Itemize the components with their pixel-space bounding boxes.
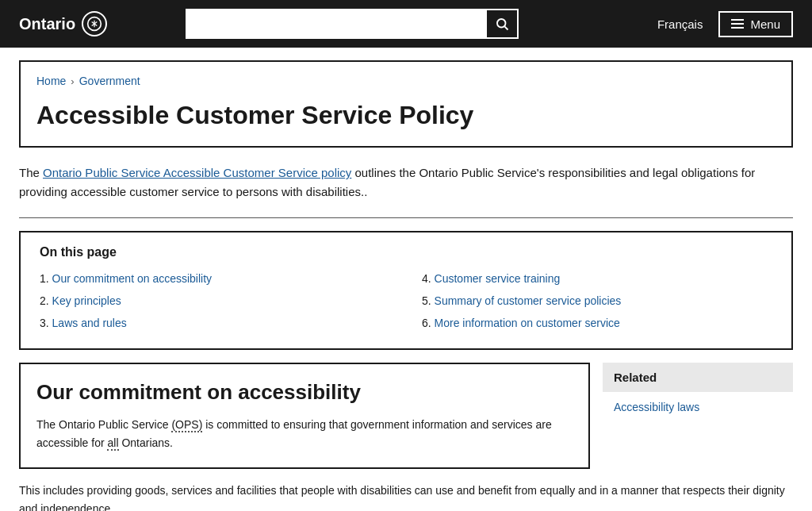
header-right: Français Menu bbox=[657, 11, 793, 37]
page-description: The Ontario Public Service Accessible Cu… bbox=[19, 163, 793, 202]
site-header: Ontario Français Menu bbox=[0, 0, 812, 48]
related-sidebar: Related Accessibility laws bbox=[603, 363, 793, 469]
ops-policy-link[interactable]: Ontario Public Service Accessible Custom… bbox=[43, 166, 351, 179]
svg-point-1 bbox=[497, 19, 506, 28]
search-input[interactable] bbox=[186, 9, 485, 39]
toc-link-4[interactable]: Customer service training bbox=[435, 272, 561, 285]
accessibility-laws-link[interactable]: Accessibility laws bbox=[614, 401, 699, 413]
breadcrumb-separator: › bbox=[71, 75, 74, 87]
toc-link-2[interactable]: Key principles bbox=[52, 294, 121, 307]
commitment-layout: Our commitment on accessibility The Onta… bbox=[19, 363, 793, 469]
page-title: Accessible Customer Service Policy bbox=[36, 100, 776, 130]
toc-link-6[interactable]: More information on customer service bbox=[435, 317, 620, 329]
toc-num-5: 5. bbox=[422, 294, 435, 307]
all-ontarians: all bbox=[107, 436, 118, 451]
svg-line-2 bbox=[505, 26, 508, 29]
logo-text: Ontario bbox=[19, 15, 75, 33]
toc-grid: 1. Our commitment on accessibility 4. Cu… bbox=[40, 269, 772, 332]
desc-prefix: The bbox=[19, 166, 43, 179]
breadcrumb-government[interactable]: Government bbox=[79, 75, 140, 87]
ontario-logo-icon bbox=[82, 11, 107, 36]
section-divider bbox=[19, 217, 793, 218]
on-this-page-box: On this page 1. Our commitment on access… bbox=[19, 231, 793, 350]
toc-num-3: 3. bbox=[40, 317, 52, 329]
bottom-paragraph: This includes providing goods, services … bbox=[19, 482, 793, 511]
main-content: Home › Government Accessible Customer Se… bbox=[0, 60, 812, 511]
on-this-page-heading: On this page bbox=[40, 245, 772, 259]
toc-num-2: 2. bbox=[40, 294, 52, 307]
toc-num-4: 4. bbox=[422, 272, 435, 285]
ops-abbr: (OPS) bbox=[171, 418, 202, 432]
search-icon bbox=[495, 17, 509, 31]
ontario-logo-link[interactable]: Ontario bbox=[19, 11, 107, 36]
commitment-description: The Ontario Public Service (OPS) is comm… bbox=[36, 416, 573, 451]
commitment-box: Our commitment on accessibility The Onta… bbox=[19, 363, 590, 469]
toc-num-6: 6. bbox=[422, 317, 435, 329]
toc-link-3[interactable]: Laws and rules bbox=[52, 317, 127, 329]
hamburger-icon bbox=[731, 19, 744, 29]
related-links: Accessibility laws bbox=[603, 392, 793, 422]
breadcrumb: Home › Government bbox=[36, 75, 776, 87]
search-wrapper bbox=[186, 9, 519, 39]
francais-link[interactable]: Français bbox=[657, 17, 703, 31]
toc-item-4: 4. Customer service training bbox=[422, 269, 772, 288]
title-section: Home › Government Accessible Customer Se… bbox=[19, 60, 793, 148]
toc-link-1[interactable]: Our commitment on accessibility bbox=[52, 272, 213, 285]
toc-link-5[interactable]: Summary of customer service policies bbox=[435, 294, 622, 307]
search-button[interactable] bbox=[485, 9, 519, 39]
trillium-icon bbox=[86, 16, 102, 32]
toc-item-1: 1. Our commitment on accessibility bbox=[40, 269, 390, 288]
menu-button[interactable]: Menu bbox=[718, 11, 793, 37]
toc-num-1: 1. bbox=[40, 272, 52, 285]
related-heading: Related bbox=[603, 363, 793, 392]
breadcrumb-home[interactable]: Home bbox=[36, 75, 66, 87]
commitment-title: Our commitment on accessibility bbox=[36, 380, 573, 405]
search-area bbox=[186, 9, 519, 39]
toc-item-6: 6. More information on customer service bbox=[422, 313, 772, 332]
menu-label: Menu bbox=[750, 17, 780, 31]
toc-item-2: 2. Key principles bbox=[40, 291, 390, 310]
toc-item-5: 5. Summary of customer service policies bbox=[422, 291, 772, 310]
toc-item-3: 3. Laws and rules bbox=[40, 313, 390, 332]
